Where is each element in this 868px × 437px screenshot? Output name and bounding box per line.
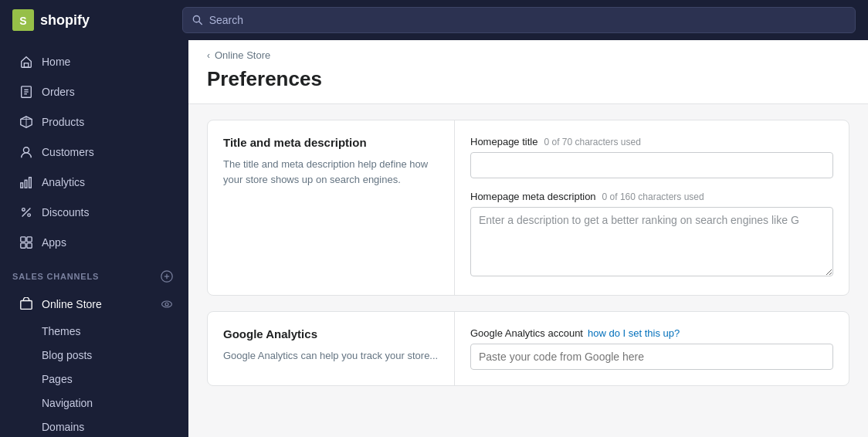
svg-line-3 [199, 22, 202, 24]
homepage-title-input[interactable] [470, 152, 833, 178]
sidebar-item-apps[interactable]: Apps [6, 228, 182, 257]
sidebar-sub-item-navigation[interactable]: Navigation [6, 391, 182, 415]
sidebar-sub-item-domains[interactable]: Domains [6, 415, 182, 437]
card-section-title: Google Analytics [223, 327, 439, 340]
content-header: ‹ Online Store Preferences [188, 40, 868, 104]
google-analytics-card: Google Analytics Google Analytics can he… [207, 311, 849, 386]
discounts-icon [19, 205, 34, 220]
products-icon [19, 114, 34, 130]
sidebar-item-discounts[interactable]: Discounts [6, 198, 182, 227]
search-bar[interactable] [182, 7, 856, 33]
apps-icon [19, 235, 34, 250]
sidebar-item-label: Home [42, 56, 70, 68]
sidebar-item-label: Products [42, 116, 84, 128]
topbar: S shopify [0, 0, 868, 40]
content-area: ‹ Online Store Preferences Title and met… [188, 40, 868, 437]
card-left-google: Google Analytics Google Analytics can he… [208, 312, 455, 385]
svg-point-12 [23, 147, 29, 153]
svg-point-28 [165, 303, 168, 306]
svg-rect-26 [21, 301, 32, 310]
card-section-description: Google Analytics can help you track your… [223, 348, 439, 364]
sidebar-item-label: Apps [42, 236, 66, 249]
logo[interactable]: S shopify [12, 9, 182, 31]
sidebar-item-label: Discounts [42, 206, 89, 218]
breadcrumb[interactable]: ‹ Online Store [207, 49, 849, 61]
sidebar-item-online-store[interactable]: Online Store [6, 290, 182, 319]
svg-rect-21 [21, 243, 25, 248]
home-icon [19, 54, 34, 69]
sidebar-item-label: Analytics [42, 176, 85, 188]
sidebar-item-orders[interactable]: Orders [6, 77, 182, 107]
svg-line-18 [22, 208, 31, 217]
card-left-title-meta: Title and meta description The title and… [208, 120, 455, 295]
homepage-title-label: Homepage title 0 of 70 characters used [470, 136, 833, 147]
svg-rect-22 [27, 243, 32, 248]
logo-text: shopify [40, 12, 90, 29]
svg-rect-19 [21, 237, 25, 242]
breadcrumb-chevron: ‹ [207, 50, 210, 61]
svg-point-2 [193, 16, 199, 22]
sidebar-item-products[interactable]: Products [6, 107, 182, 137]
online-store-icon [19, 296, 34, 312]
svg-rect-14 [25, 180, 27, 188]
search-icon [192, 15, 203, 25]
customers-icon [19, 144, 34, 160]
online-store-label: Online Store [19, 296, 102, 312]
sidebar: Home Orders Products Custo [0, 40, 188, 437]
card-section-description: The title and meta description help defi… [223, 157, 439, 187]
svg-text:S: S [19, 15, 26, 27]
ga-account-input[interactable] [470, 344, 833, 370]
sidebar-item-label: Customers [42, 146, 94, 158]
svg-rect-13 [21, 183, 23, 188]
sidebar-sub-item-pages[interactable]: Pages [6, 368, 182, 391]
add-sales-channel-button[interactable] [158, 267, 176, 286]
svg-point-16 [22, 208, 25, 212]
svg-rect-15 [29, 178, 32, 188]
online-store-eye-button[interactable] [158, 295, 176, 313]
sidebar-sub-item-blog-posts[interactable]: Blog posts [6, 344, 182, 367]
ga-setup-link[interactable]: how do I set this up? [588, 327, 680, 339]
shopify-logo-icon: S [12, 9, 34, 31]
card-right-google: Google Analytics account how do I set th… [455, 312, 849, 385]
sidebar-item-label: Orders [42, 86, 75, 98]
orders-icon [19, 84, 34, 100]
sidebar-sub-item-themes[interactable]: Themes [6, 320, 182, 343]
search-input[interactable] [209, 14, 846, 26]
sales-channels-header: SALES CHANNELS [0, 258, 188, 289]
analytics-icon [19, 174, 34, 190]
svg-rect-20 [27, 237, 32, 242]
card-section-title: Title and meta description [223, 136, 439, 149]
homepage-meta-label: Homepage meta description 0 of 160 chara… [470, 191, 833, 202]
sidebar-item-home[interactable]: Home [6, 47, 182, 76]
breadcrumb-label: Online Store [215, 49, 270, 61]
sidebar-item-analytics[interactable]: Analytics [6, 168, 182, 197]
homepage-meta-textarea[interactable] [470, 207, 833, 276]
page-title: Preferences [207, 67, 849, 103]
card-right-title-meta: Homepage title 0 of 70 characters used H… [455, 120, 849, 295]
sidebar-item-customers[interactable]: Customers [6, 137, 182, 167]
content-body: Title and meta description The title and… [188, 104, 868, 401]
svg-point-17 [28, 214, 31, 217]
svg-rect-4 [24, 63, 28, 67]
svg-point-27 [162, 301, 172, 307]
ga-account-label: Google Analytics account how do I set th… [470, 327, 833, 339]
title-meta-card: Title and meta description The title and… [207, 120, 849, 296]
